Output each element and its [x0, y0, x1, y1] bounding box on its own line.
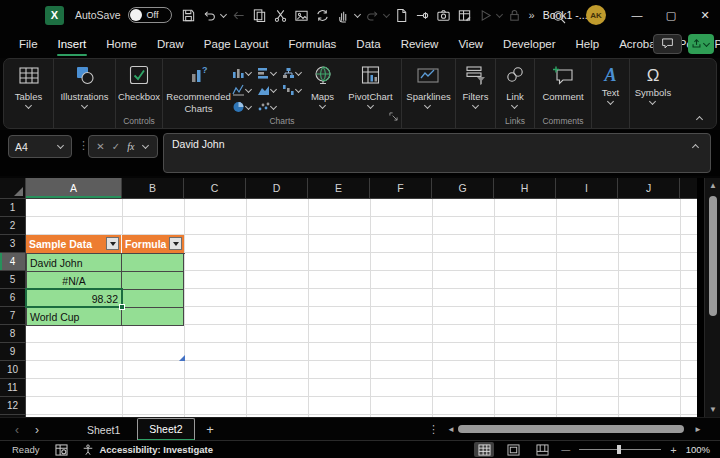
minimize-button[interactable]: —	[622, 0, 652, 30]
column-header-b[interactable]: B	[122, 178, 184, 199]
horizontal-scroll-thumb[interactable]	[458, 425, 684, 433]
table-header-cell[interactable]: Formula	[122, 235, 184, 253]
page-break-view-icon[interactable]	[532, 442, 552, 457]
insert-function-icon[interactable]: fx	[127, 141, 134, 152]
undo-icon[interactable]	[199, 4, 220, 26]
zoom-out-icon[interactable]: —	[561, 445, 570, 455]
column-header-j[interactable]: J	[618, 178, 680, 199]
formula-input[interactable]: David John	[163, 133, 711, 173]
tab-home[interactable]: Home	[96, 30, 147, 58]
row-header-4[interactable]: 4	[0, 253, 26, 271]
column-header-i[interactable]: I	[556, 178, 618, 199]
save-icon[interactable]	[178, 4, 199, 26]
new-file-icon[interactable]	[391, 4, 412, 26]
enter-icon[interactable]: ✓	[112, 141, 120, 152]
cancel-icon[interactable]: ✕	[96, 141, 104, 152]
bar-chart-icon[interactable]	[257, 67, 278, 79]
page-layout-view-icon[interactable]	[503, 442, 523, 457]
zoom-slider[interactable]	[579, 442, 661, 457]
sheet-tab-sheet1[interactable]: Sheet1	[70, 418, 137, 441]
column-header-d[interactable]: D	[246, 178, 308, 199]
replace-icon[interactable]	[312, 4, 333, 26]
scroll-up-icon[interactable]: ▲	[705, 181, 720, 190]
row-header-3[interactable]: 3	[0, 235, 26, 253]
zoom-in-icon[interactable]: +	[670, 444, 676, 456]
sparklines-button[interactable]: Sparklines	[406, 59, 450, 128]
normal-view-icon[interactable]	[474, 442, 494, 457]
tab-formulas[interactable]: Formulas	[278, 30, 346, 58]
tab-file[interactable]: File	[9, 30, 48, 58]
sheet-tab-sheet2[interactable]: Sheet2	[137, 418, 194, 441]
macro-record-icon[interactable]	[55, 444, 68, 456]
vertical-scrollbar[interactable]: ▲ ▼	[704, 178, 720, 417]
paste-picture-icon[interactable]	[291, 4, 312, 26]
column-header-c[interactable]: C	[184, 178, 246, 199]
camera-icon[interactable]	[433, 4, 454, 26]
waterfall-chart-icon[interactable]	[282, 84, 303, 96]
row-header-10[interactable]: 10	[0, 361, 26, 379]
copy-icon[interactable]	[249, 4, 270, 26]
table-resize-handle[interactable]	[179, 355, 185, 361]
tables-button[interactable]: Tables	[15, 59, 42, 128]
scatter-chart-icon[interactable]	[257, 101, 278, 113]
search-icon[interactable]	[548, 6, 569, 28]
excel-logo-icon[interactable]: X	[45, 6, 64, 25]
filter-dropdown-icon[interactable]	[106, 237, 119, 250]
cell-a4[interactable]: David John	[26, 254, 122, 272]
column-header-g[interactable]: G	[432, 178, 494, 199]
line-chart-icon[interactable]	[232, 84, 253, 96]
avatar[interactable]: AK	[586, 5, 606, 25]
cell-b4[interactable]	[122, 254, 184, 272]
cut-icon[interactable]	[270, 4, 291, 26]
tab-insert[interactable]: Insert	[48, 30, 97, 58]
collapse-ribbon-icon[interactable]	[696, 116, 703, 123]
row-header-11[interactable]: 11	[0, 379, 26, 397]
tab-view[interactable]: View	[448, 30, 493, 58]
fx-dropdown-icon[interactable]	[142, 142, 149, 149]
text-button[interactable]: A Text	[602, 59, 619, 128]
row-header-7[interactable]: 7	[0, 307, 26, 325]
scroll-right-icon[interactable]: ►	[694, 418, 702, 441]
close-button[interactable]: ✕	[690, 0, 720, 30]
add-sheet-icon[interactable]: +	[200, 418, 220, 441]
table-tool-icon[interactable]	[454, 4, 475, 26]
area-chart-icon[interactable]	[257, 84, 278, 96]
row-header-6[interactable]: 6	[0, 289, 26, 307]
fill-handle[interactable]	[119, 304, 125, 310]
cell-area[interactable]: Sample Data Formula David John #N/A	[26, 199, 697, 417]
prev-sheet-icon[interactable]: ‹	[8, 418, 26, 441]
tab-page-layout[interactable]: Page Layout	[194, 30, 279, 58]
draw-dropdown-icon[interactable]	[354, 10, 361, 17]
column-chart-icon[interactable]	[232, 67, 253, 79]
charts-dialog-launcher-icon[interactable]	[389, 107, 398, 125]
tab-draw[interactable]: Draw	[147, 30, 194, 58]
pie-chart-icon[interactable]	[232, 101, 253, 113]
pin-icon[interactable]	[412, 4, 433, 26]
maximize-button[interactable]: ▢	[656, 0, 686, 30]
row-header-12[interactable]: 12	[0, 397, 26, 415]
scroll-down-icon[interactable]: ▼	[705, 405, 720, 414]
tab-data[interactable]: Data	[346, 30, 390, 58]
filter-dropdown-icon[interactable]	[169, 237, 182, 250]
row-header-9[interactable]: 9	[0, 343, 26, 361]
autosave-toggle[interactable]: Off	[128, 7, 172, 23]
name-box[interactable]: A4	[8, 135, 72, 158]
sheet-options-icon[interactable]: ⋮	[428, 418, 439, 441]
column-header-a[interactable]: A	[26, 178, 122, 199]
column-header-e[interactable]: E	[308, 178, 370, 199]
tab-review[interactable]: Review	[391, 30, 449, 58]
vertical-scroll-thumb[interactable]	[709, 196, 717, 316]
column-header-partial[interactable]	[680, 178, 697, 199]
row-header-5[interactable]: 5	[0, 271, 26, 289]
symbols-button[interactable]: Ω Symbols	[635, 59, 671, 128]
column-header-f[interactable]: F	[370, 178, 432, 199]
filters-button[interactable]: Filters	[463, 59, 489, 128]
next-sheet-icon[interactable]: ›	[28, 418, 46, 441]
column-header-h[interactable]: H	[494, 178, 556, 199]
accessibility-icon[interactable]	[82, 444, 94, 456]
cell-b6[interactable]	[122, 290, 184, 308]
qat-overflow-icon[interactable]: »	[529, 9, 535, 21]
zoom-slider-thumb[interactable]	[617, 445, 621, 454]
tab-help[interactable]: Help	[566, 30, 610, 58]
formula-bar-collapse-icon[interactable]	[692, 144, 699, 151]
